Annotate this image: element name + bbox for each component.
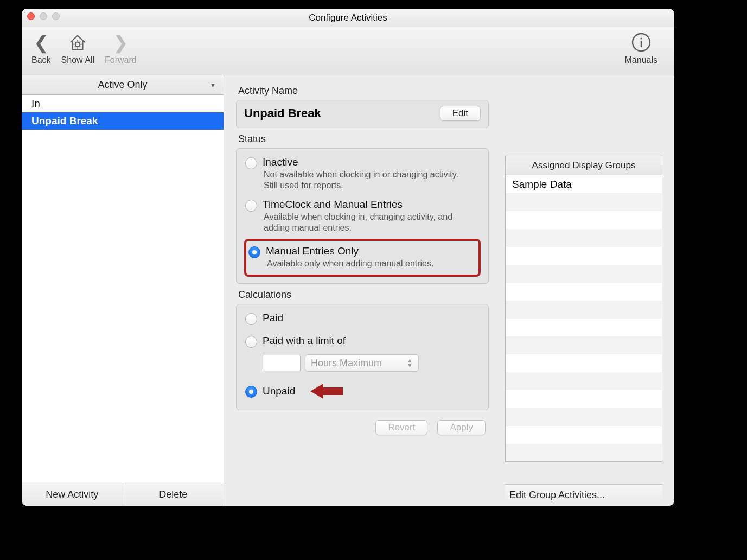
activity-name-value: Unpaid Break [244,106,321,120]
back-button[interactable]: ❮ Back [31,30,51,65]
radio-icon [245,157,257,169]
select-value: Hours Maximum [311,358,382,369]
manuals-button[interactable]: Manuals [625,30,657,65]
caret-down-icon: ▼ [210,82,216,88]
window: Configure Activities ❮ Back [22,9,674,506]
filter-dropdown[interactable]: Active Only ▼ [22,75,224,95]
edit-group-activities-button[interactable]: Edit Group Activities... [505,484,662,506]
forward-button: ❯ Forward [105,30,137,65]
activity-name-panel: Unpaid Break Edit [236,100,489,128]
arrow-annotation-icon [310,381,343,401]
group-row [506,247,662,265]
svg-point-2 [640,37,642,39]
info-icon [630,30,652,54]
limit-unit-select[interactable]: Hours Maximum ▲▼ [305,354,419,372]
group-row [506,211,662,229]
new-activity-button[interactable]: New Activity [22,483,123,506]
group-row[interactable]: Sample Data [506,175,662,193]
manuals-label: Manuals [625,55,657,65]
status-option-manual-only[interactable]: Manual Entries Only Available only when … [247,243,475,271]
option-title: TimeClock and Manual Entries [263,199,470,211]
group-row [506,193,662,211]
group-row [506,229,662,247]
groups-header: Assigned Display Groups [505,156,662,175]
chevron-left-icon: ❮ [34,30,49,54]
filter-label: Active Only [98,79,147,91]
radio-icon [245,313,257,325]
titlebar: Configure Activities [22,9,674,27]
option-title: Unpaid [263,385,295,397]
zoom-icon[interactable] [52,12,60,20]
svg-marker-4 [310,384,343,399]
house-gear-icon [67,32,88,53]
option-title: Paid [263,312,283,324]
status-label: Status [238,133,489,145]
radio-icon [248,246,260,258]
group-row [506,283,662,301]
chevron-right-icon: ❯ [113,30,128,54]
traffic-lights [27,12,60,20]
window-title: Configure Activities [309,12,387,23]
calc-option-paid-limit[interactable]: Paid with a limit of [244,333,481,350]
sidebar: Active Only ▼ In Unpaid Break New Activi… [22,75,224,506]
group-row [506,301,662,319]
show-all-label: Show All [61,55,94,65]
status-option-inactive[interactable]: Inactive Not available when clocking in … [244,154,481,193]
back-label: Back [31,55,51,65]
status-option-timeclock-manual[interactable]: TimeClock and Manual Entries Available w… [244,196,481,236]
group-row [506,372,662,390]
group-row [506,265,662,283]
group-row [506,444,662,462]
edit-button[interactable]: Edit [440,106,481,121]
minimize-icon[interactable] [40,12,47,20]
option-title: Inactive [263,156,470,168]
highlight-annotation: Manual Entries Only Available only when … [244,239,481,277]
delete-button[interactable]: Delete [123,483,224,506]
radio-icon [245,200,257,212]
list-item[interactable]: Unpaid Break [22,112,224,130]
forward-label: Forward [105,55,137,65]
calc-option-unpaid[interactable]: Unpaid [244,379,481,403]
list-item[interactable]: In [22,95,224,112]
radio-icon [245,386,257,398]
stepper-arrows-icon: ▲▼ [407,358,413,368]
group-row [506,319,662,336]
groups-list: Sample Data [505,175,662,462]
svg-point-0 [75,42,80,47]
revert-button: Revert [375,420,427,435]
activity-list: In Unpaid Break [22,95,224,483]
option-title: Manual Entries Only [266,245,433,257]
main: Activity Name Unpaid Break Edit Status I… [224,75,674,506]
limit-value-input[interactable] [263,355,301,371]
calculations-label: Calculations [238,289,489,301]
apply-button: Apply [437,420,486,435]
option-desc: Available only when adding manual entrie… [267,258,433,269]
group-row [506,390,662,408]
activity-name-label: Activity Name [238,85,489,97]
group-row [506,426,662,444]
calculations-panel: Paid Paid with a limit of Hours Maximum [236,304,489,410]
status-panel: Inactive Not available when clocking in … [236,148,489,284]
option-title: Paid with a limit of [263,335,346,347]
radio-icon [245,336,257,348]
show-all-button[interactable]: Show All [61,30,94,65]
body: Active Only ▼ In Unpaid Break New Activi… [22,75,674,506]
toolbar: ❮ Back Show All ❯ Forward [22,27,674,75]
option-desc: Available when clocking in, changing act… [264,212,470,233]
group-row [506,408,662,426]
sidebar-footer: New Activity Delete [22,483,224,506]
calc-option-paid[interactable]: Paid [244,310,481,327]
group-row [506,336,662,354]
close-icon[interactable] [27,12,35,20]
option-desc: Not available when clocking in or changi… [264,169,470,191]
group-row [506,354,662,372]
